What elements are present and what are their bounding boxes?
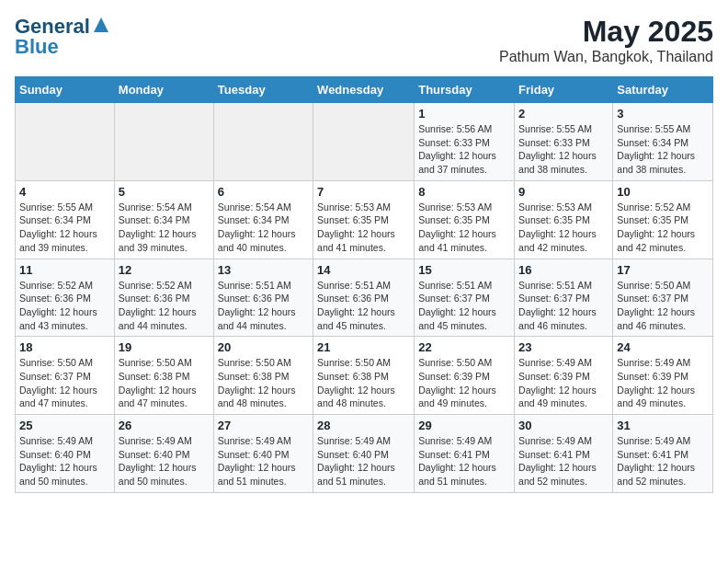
day-info: Sunrise: 5:49 AMSunset: 6:39 PMDaylight:… [617, 356, 709, 410]
header-day-sunday: Sunday [16, 77, 115, 103]
day-number: 9 [518, 185, 609, 199]
day-info: Sunrise: 5:52 AMSunset: 6:36 PMDaylight:… [119, 279, 210, 333]
day-number: 23 [518, 340, 609, 354]
day-number: 10 [617, 185, 709, 199]
day-number: 7 [317, 185, 410, 199]
day-info: Sunrise: 5:51 AMSunset: 6:36 PMDaylight:… [317, 279, 410, 333]
calendar-table: SundayMondayTuesdayWednesdayThursdayFrid… [15, 76, 713, 493]
header-day-monday: Monday [114, 77, 213, 103]
day-number: 19 [119, 340, 210, 354]
logo-triangle-icon [92, 16, 110, 34]
day-info: Sunrise: 5:54 AMSunset: 6:34 PMDaylight:… [119, 201, 210, 255]
day-number: 1 [418, 107, 510, 121]
header-day-thursday: Thursday [415, 77, 515, 103]
calendar-cell: 20Sunrise: 5:50 AMSunset: 6:38 PMDayligh… [213, 337, 313, 415]
day-number: 29 [418, 419, 510, 432]
day-number: 26 [119, 419, 210, 432]
title-block: May 2025 Pathum Wan, Bangkok, Thailand [499, 15, 713, 65]
day-number: 27 [218, 419, 309, 432]
day-info: Sunrise: 5:50 AMSunset: 6:38 PMDaylight:… [119, 356, 210, 410]
calendar-cell: 17Sunrise: 5:50 AMSunset: 6:37 PMDayligh… [613, 259, 713, 337]
day-info: Sunrise: 5:50 AMSunset: 6:39 PMDaylight:… [418, 356, 510, 410]
day-info: Sunrise: 5:52 AMSunset: 6:36 PMDaylight:… [19, 279, 110, 333]
day-number: 4 [19, 185, 110, 199]
calendar-cell: 21Sunrise: 5:50 AMSunset: 6:38 PMDayligh… [313, 337, 415, 415]
calendar-cell: 5Sunrise: 5:54 AMSunset: 6:34 PMDaylight… [114, 180, 213, 259]
day-info: Sunrise: 5:49 AMSunset: 6:39 PMDaylight:… [518, 356, 609, 410]
day-number: 28 [317, 419, 410, 432]
day-number: 2 [518, 107, 609, 121]
day-info: Sunrise: 5:51 AMSunset: 6:37 PMDaylight:… [418, 279, 510, 333]
logo: General Blue [15, 15, 110, 59]
day-number: 18 [19, 340, 110, 354]
day-number: 6 [218, 185, 309, 199]
calendar-cell: 1Sunrise: 5:56 AMSunset: 6:33 PMDaylight… [415, 103, 515, 181]
day-info: Sunrise: 5:50 AMSunset: 6:38 PMDaylight:… [218, 356, 309, 410]
calendar-cell: 11Sunrise: 5:52 AMSunset: 6:36 PMDayligh… [16, 259, 115, 337]
header-day-wednesday: Wednesday [313, 77, 415, 103]
calendar-cell: 9Sunrise: 5:53 AMSunset: 6:35 PMDaylight… [515, 180, 613, 259]
calendar-week-row: 25Sunrise: 5:49 AMSunset: 6:40 PMDayligh… [16, 415, 713, 493]
day-info: Sunrise: 5:53 AMSunset: 6:35 PMDaylight:… [317, 201, 410, 255]
day-info: Sunrise: 5:49 AMSunset: 6:40 PMDaylight:… [119, 434, 210, 488]
calendar-cell: 22Sunrise: 5:50 AMSunset: 6:39 PMDayligh… [415, 337, 515, 415]
calendar-cell: 28Sunrise: 5:49 AMSunset: 6:40 PMDayligh… [313, 415, 415, 493]
day-number: 3 [617, 107, 709, 121]
day-number: 13 [218, 263, 309, 277]
calendar-week-row: 11Sunrise: 5:52 AMSunset: 6:36 PMDayligh… [16, 259, 713, 337]
day-number: 30 [518, 419, 609, 432]
day-number: 14 [317, 263, 410, 277]
calendar-week-row: 18Sunrise: 5:50 AMSunset: 6:37 PMDayligh… [16, 337, 713, 415]
logo-blue: Blue [15, 35, 59, 59]
day-info: Sunrise: 5:55 AMSunset: 6:34 PMDaylight:… [19, 201, 110, 255]
day-number: 24 [617, 340, 709, 354]
day-info: Sunrise: 5:50 AMSunset: 6:37 PMDaylight:… [617, 279, 709, 333]
calendar-cell: 10Sunrise: 5:52 AMSunset: 6:35 PMDayligh… [613, 180, 713, 259]
day-number: 8 [418, 185, 510, 199]
month-year-title: May 2025 [499, 15, 713, 49]
calendar-cell: 2Sunrise: 5:55 AMSunset: 6:33 PMDaylight… [515, 103, 613, 181]
calendar-cell: 3Sunrise: 5:55 AMSunset: 6:34 PMDaylight… [613, 103, 713, 181]
day-number: 31 [617, 419, 709, 432]
calendar-cell: 14Sunrise: 5:51 AMSunset: 6:36 PMDayligh… [313, 259, 415, 337]
calendar-cell: 13Sunrise: 5:51 AMSunset: 6:36 PMDayligh… [213, 259, 313, 337]
calendar-cell [16, 103, 115, 181]
day-number: 5 [119, 185, 210, 199]
calendar-cell: 8Sunrise: 5:53 AMSunset: 6:35 PMDaylight… [415, 180, 515, 259]
day-number: 25 [19, 419, 110, 432]
day-info: Sunrise: 5:51 AMSunset: 6:37 PMDaylight:… [518, 279, 609, 333]
day-number: 21 [317, 340, 410, 354]
calendar-cell: 25Sunrise: 5:49 AMSunset: 6:40 PMDayligh… [16, 415, 115, 493]
calendar-cell: 24Sunrise: 5:49 AMSunset: 6:39 PMDayligh… [613, 337, 713, 415]
calendar-cell: 29Sunrise: 5:49 AMSunset: 6:41 PMDayligh… [415, 415, 515, 493]
day-number: 17 [617, 263, 709, 277]
header-day-tuesday: Tuesday [213, 77, 313, 103]
day-info: Sunrise: 5:53 AMSunset: 6:35 PMDaylight:… [518, 201, 609, 255]
day-info: Sunrise: 5:49 AMSunset: 6:41 PMDaylight:… [617, 434, 709, 488]
day-info: Sunrise: 5:50 AMSunset: 6:38 PMDaylight:… [317, 356, 410, 410]
day-number: 15 [418, 263, 510, 277]
location-subtitle: Pathum Wan, Bangkok, Thailand [499, 49, 713, 65]
day-info: Sunrise: 5:55 AMSunset: 6:34 PMDaylight:… [617, 122, 709, 177]
calendar-cell [114, 103, 213, 181]
day-info: Sunrise: 5:55 AMSunset: 6:33 PMDaylight:… [518, 122, 609, 177]
day-info: Sunrise: 5:49 AMSunset: 6:40 PMDaylight:… [317, 434, 410, 488]
calendar-cell: 6Sunrise: 5:54 AMSunset: 6:34 PMDaylight… [213, 180, 313, 259]
day-info: Sunrise: 5:56 AMSunset: 6:33 PMDaylight:… [418, 122, 510, 177]
calendar-cell: 18Sunrise: 5:50 AMSunset: 6:37 PMDayligh… [16, 337, 115, 415]
calendar-cell: 7Sunrise: 5:53 AMSunset: 6:35 PMDaylight… [313, 180, 415, 259]
calendar-cell: 30Sunrise: 5:49 AMSunset: 6:41 PMDayligh… [515, 415, 613, 493]
calendar-cell [313, 103, 415, 181]
day-info: Sunrise: 5:49 AMSunset: 6:40 PMDaylight:… [19, 434, 110, 488]
day-number: 16 [518, 263, 609, 277]
calendar-cell: 12Sunrise: 5:52 AMSunset: 6:36 PMDayligh… [114, 259, 213, 337]
calendar-cell: 26Sunrise: 5:49 AMSunset: 6:40 PMDayligh… [114, 415, 213, 493]
day-info: Sunrise: 5:51 AMSunset: 6:36 PMDaylight:… [218, 279, 309, 333]
day-info: Sunrise: 5:49 AMSunset: 6:40 PMDaylight:… [218, 434, 309, 488]
day-number: 22 [418, 340, 510, 354]
calendar-cell: 27Sunrise: 5:49 AMSunset: 6:40 PMDayligh… [213, 415, 313, 493]
calendar-header-row: SundayMondayTuesdayWednesdayThursdayFrid… [16, 77, 713, 103]
day-info: Sunrise: 5:52 AMSunset: 6:35 PMDaylight:… [617, 201, 709, 255]
svg-marker-0 [94, 17, 108, 32]
calendar-cell: 4Sunrise: 5:55 AMSunset: 6:34 PMDaylight… [16, 180, 115, 259]
